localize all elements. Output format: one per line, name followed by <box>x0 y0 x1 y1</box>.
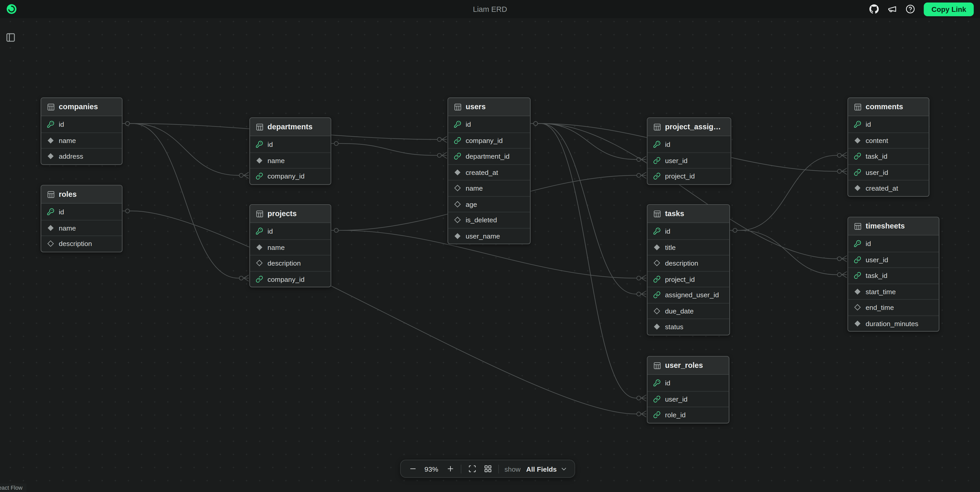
column-row-id[interactable]: id <box>648 375 729 391</box>
column-row-age[interactable]: age <box>448 196 530 212</box>
link-icon <box>256 275 263 283</box>
table-icon <box>854 222 862 230</box>
column-row-created_at[interactable]: created_at <box>848 180 929 196</box>
table-node-departments[interactable]: departmentsidnamecompany_id <box>249 117 331 185</box>
column-row-id[interactable]: id <box>41 203 122 219</box>
column-row-name[interactable]: name <box>250 152 331 168</box>
column-row-project_id[interactable]: project_id <box>648 168 730 184</box>
column-row-name[interactable]: name <box>250 239 331 255</box>
column-name: name <box>59 224 76 232</box>
column-name: company_id <box>267 173 305 180</box>
column-row-assigned_user_id[interactable]: assigned_user_id <box>648 287 729 303</box>
link-icon <box>453 136 461 144</box>
table-header[interactable]: departments <box>250 118 331 136</box>
column-row-description[interactable]: description <box>250 255 331 271</box>
column-row-duration_minutes[interactable]: duration_minutes <box>848 315 939 331</box>
fields-filter-dropdown[interactable]: All Fields <box>526 465 567 473</box>
column-row-is_deleted[interactable]: is_deleted <box>448 212 530 228</box>
column-row-project_id[interactable]: project_id <box>648 271 729 287</box>
column-row-content[interactable]: content <box>848 132 929 148</box>
zoom-in-button[interactable] <box>445 463 455 474</box>
sidebar-toggle-button[interactable] <box>4 31 18 45</box>
column-row-created_at[interactable]: created_at <box>448 164 530 180</box>
column-row-description[interactable]: description <box>648 255 729 271</box>
liam-logo[interactable] <box>6 4 17 14</box>
column-row-description[interactable]: description <box>41 235 122 251</box>
link-icon <box>854 152 861 160</box>
column-row-user_name[interactable]: user_name <box>448 228 530 244</box>
column-row-user_id[interactable]: user_id <box>648 391 729 407</box>
table-header[interactable]: roles <box>41 186 122 203</box>
table-icon <box>47 190 55 198</box>
table-icon <box>653 122 662 131</box>
column-row-id[interactable]: id <box>250 136 331 152</box>
table-icon <box>653 362 662 370</box>
table-node-companies[interactable]: companiesidnameaddress <box>41 97 123 165</box>
column-row-id[interactable]: id <box>41 116 122 132</box>
column-row-end_time[interactable]: end_time <box>848 299 939 315</box>
table-header[interactable]: tasks <box>648 205 729 223</box>
zoom-out-button[interactable] <box>407 463 418 474</box>
table-node-timesheets[interactable]: timesheetsiduser_idtask_idstart_timeend_… <box>848 217 939 332</box>
table-name: users <box>466 103 485 111</box>
table-node-comments[interactable]: commentsidcontenttask_iduser_idcreated_a… <box>848 97 929 196</box>
table-node-users[interactable]: usersidcompany_iddepartment_idcreated_at… <box>447 97 530 244</box>
copy-link-button[interactable]: Copy Link <box>924 2 974 16</box>
megaphone-icon[interactable] <box>888 5 897 14</box>
column-name: end_time <box>865 304 894 311</box>
table-node-user_roles[interactable]: user_rolesiduser_idrole_id <box>647 356 729 423</box>
column-row-start_time[interactable]: start_time <box>848 283 939 299</box>
table-header[interactable]: comments <box>848 98 929 116</box>
column-row-user_id[interactable]: user_id <box>848 164 929 180</box>
column-row-address[interactable]: address <box>41 148 122 164</box>
column-name: user_id <box>665 395 687 403</box>
tidy-up-button[interactable] <box>482 463 493 474</box>
app-title: Liam ERD <box>0 5 980 13</box>
column-row-id[interactable]: id <box>448 116 530 132</box>
column-row-company_id[interactable]: company_id <box>250 271 331 287</box>
table-header[interactable]: companies <box>41 98 122 116</box>
column-row-id[interactable]: id <box>648 136 730 152</box>
column-name: user_name <box>466 232 500 240</box>
help-icon[interactable] <box>906 5 915 14</box>
column-row-user_id[interactable]: user_id <box>648 152 730 168</box>
column-row-due_date[interactable]: due_date <box>648 303 729 319</box>
column-row-task_id[interactable]: task_id <box>848 148 929 164</box>
column-row-company_id[interactable]: company_id <box>448 132 530 148</box>
table-node-roles[interactable]: rolesidnamedescription <box>41 185 123 252</box>
link-icon <box>256 173 263 180</box>
erd-canvas[interactable]: companiesidnameaddressrolesidnamedescrip… <box>0 0 980 492</box>
column-row-title[interactable]: title <box>648 239 729 255</box>
zoom-toolbar: 93% show All Fields <box>400 460 575 478</box>
column-row-id[interactable]: id <box>648 223 729 239</box>
not-null-icon <box>653 323 661 330</box>
show-label: show <box>504 465 520 473</box>
table-node-project_assignments[interactable]: project_assignmentsiduser_idproject_id <box>647 117 731 185</box>
table-node-tasks[interactable]: tasksidtitledescriptionproject_idassigne… <box>647 204 730 335</box>
table-header[interactable]: users <box>448 98 530 116</box>
column-row-task_id[interactable]: task_id <box>848 267 939 283</box>
not-null-icon <box>47 224 54 232</box>
column-row-user_id[interactable]: user_id <box>848 251 939 267</box>
primary-key-icon <box>653 379 661 386</box>
column-row-name[interactable]: name <box>41 132 122 148</box>
column-row-id[interactable]: id <box>250 223 331 239</box>
github-icon[interactable] <box>870 5 879 14</box>
column-row-status[interactable]: status <box>648 319 729 335</box>
table-header[interactable]: user_roles <box>648 357 729 375</box>
column-row-department_id[interactable]: department_id <box>448 148 530 164</box>
column-row-id[interactable]: id <box>848 116 929 132</box>
nullable-icon <box>653 307 661 314</box>
column-row-id[interactable]: id <box>848 235 939 251</box>
column-row-name[interactable]: name <box>448 180 530 196</box>
table-header[interactable]: project_assignments <box>648 118 730 136</box>
table-header[interactable]: timesheets <box>848 217 939 235</box>
table-node-projects[interactable]: projectsidnamedescriptioncompany_id <box>249 204 331 287</box>
column-row-role_id[interactable]: role_id <box>648 407 729 423</box>
fit-view-button[interactable] <box>467 463 477 474</box>
react-flow-attribution[interactable]: React Flow <box>0 484 26 492</box>
column-row-company_id[interactable]: company_id <box>250 168 331 184</box>
table-header[interactable]: projects <box>250 205 331 223</box>
column-name: id <box>267 227 273 235</box>
column-row-name[interactable]: name <box>41 219 122 235</box>
